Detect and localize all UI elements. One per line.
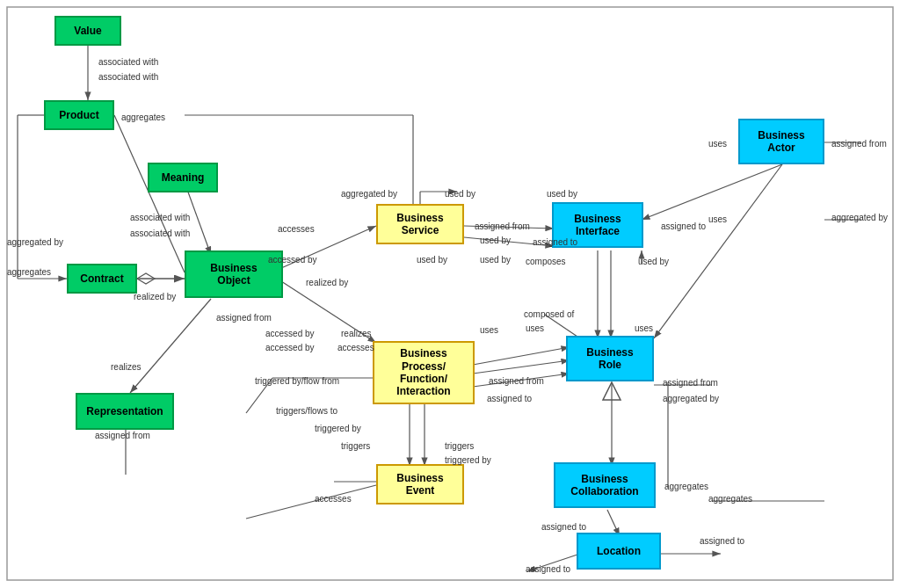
label-composed-of-1: composed of — [524, 309, 574, 319]
label-realizes-2: realizes — [341, 329, 371, 338]
label-uses-1: uses — [480, 325, 498, 335]
label-assigned-to-4: assigned to — [541, 522, 586, 532]
svg-line-23 — [473, 347, 570, 365]
label-composes-1: composes — [526, 257, 566, 266]
label-used-by-6: used by — [638, 257, 669, 266]
label-assigned-from-3: assigned from — [475, 221, 530, 231]
svg-line-38 — [246, 485, 376, 519]
label-assigned-from-5: assigned from — [663, 378, 718, 388]
label-associated-with-2: associated with — [98, 72, 158, 82]
label-aggregated-by-3: aggregated by — [663, 394, 719, 403]
business-process-node: BusinessProcess/Function/Interaction — [373, 341, 475, 404]
label-used-by-1: used by — [445, 189, 475, 199]
label-accesses-1: accesses — [278, 224, 315, 234]
label-triggered-by-1: triggered by — [315, 424, 361, 433]
svg-marker-11 — [137, 273, 155, 284]
value-node: Value — [54, 16, 121, 46]
svg-line-21 — [473, 360, 570, 374]
svg-line-28 — [642, 164, 782, 220]
label-realizes-1: realizes — [111, 362, 141, 372]
label-uses-3: uses — [635, 323, 653, 333]
label-uses-4: uses — [708, 139, 727, 149]
svg-line-13 — [130, 299, 211, 393]
label-triggered-flow-1: triggered by/flow from — [255, 376, 339, 386]
label-realized-by-1: realized by — [134, 292, 176, 301]
label-aggregates-3: aggregates — [664, 482, 708, 491]
label-aggregated-by-4: aggregated by — [831, 213, 888, 222]
label-aggregates-1: aggregates — [121, 113, 165, 122]
label-assigned-from-6: assigned from — [831, 139, 887, 149]
svg-marker-34 — [603, 382, 621, 400]
label-accessed-by-2: accessed by — [265, 329, 315, 338]
label-triggered-by-2: triggered by — [445, 455, 491, 465]
label-triggers-flows-1: triggers/flows to — [276, 406, 338, 416]
label-assigned-from-4: assigned from — [489, 376, 544, 386]
label-accesses-3: accesses — [315, 494, 352, 504]
svg-line-4 — [114, 115, 185, 272]
label-associated-with-4: associated with — [130, 229, 190, 238]
label-used-by-3: used by — [417, 255, 447, 265]
representation-node: Representation — [76, 393, 174, 430]
label-accessed-by-1: accessed by — [268, 255, 317, 265]
label-assigned-to-3: assigned to — [661, 221, 706, 231]
svg-line-32 — [654, 164, 782, 338]
label-aggregated-by-2: aggregated by — [341, 189, 397, 199]
diagram: Value Product Meaning Contract BusinessO… — [0, 0, 900, 588]
label-accessed-by-3: accessed by — [265, 343, 315, 352]
business-role-node: BusinessRole — [566, 336, 654, 381]
location-node: Location — [577, 533, 661, 570]
business-event-node: BusinessEvent — [376, 464, 464, 505]
label-used-by-2: used by — [480, 236, 511, 245]
label-assigned-to-6: assigned to — [526, 564, 570, 574]
label-aggregates-4: aggregates — [708, 494, 752, 504]
label-assigned-from-2: assigned from — [216, 313, 272, 323]
label-assigned-to-1: assigned to — [487, 394, 532, 403]
meaning-node: Meaning — [148, 163, 218, 192]
label-accesses-2: accesses — [338, 343, 374, 352]
label-assigned-to-2: assigned to — [533, 237, 577, 247]
label-uses-5: uses — [708, 214, 727, 224]
label-assigned-to-5: assigned to — [700, 536, 744, 546]
business-actor-node: BusinessActor — [738, 119, 824, 164]
label-used-by-4: used by — [480, 255, 511, 265]
label-triggers-2: triggers — [445, 441, 474, 451]
label-triggers-1: triggers — [341, 441, 370, 451]
label-associated-with-3: associated with — [130, 213, 190, 222]
label-uses-2: uses — [526, 323, 544, 333]
label-aggregates-2: aggregates — [7, 267, 51, 277]
contract-node: Contract — [67, 264, 137, 294]
label-used-by-5: used by — [547, 189, 577, 199]
label-aggregated-by-1: aggregated by — [7, 237, 63, 247]
label-realized-by-2: realized by — [306, 278, 348, 287]
product-node: Product — [44, 100, 114, 130]
label-assigned-from-1: assigned from — [95, 431, 150, 440]
business-collaboration-node: BusinessCollaboration — [554, 462, 656, 508]
business-service-node: BusinessService — [376, 204, 464, 244]
label-associated-with-1: associated with — [98, 57, 158, 67]
